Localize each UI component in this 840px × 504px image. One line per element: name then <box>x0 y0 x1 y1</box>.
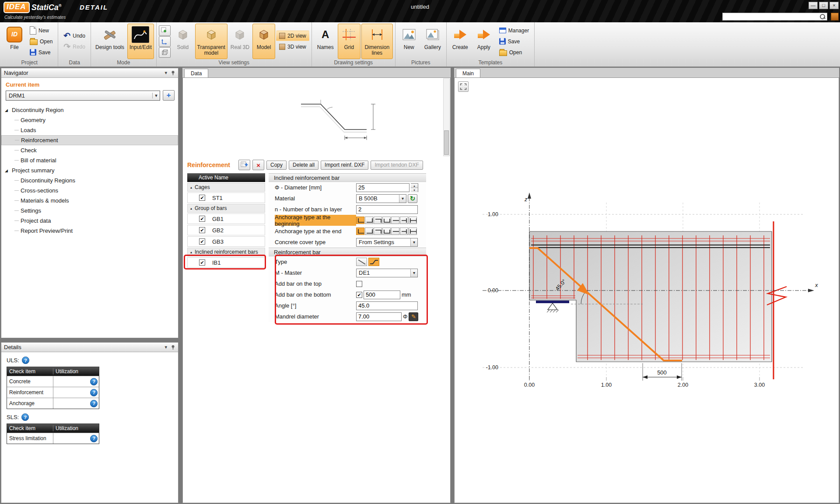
diameter-spinner[interactable]: ▴ ▾ <box>411 183 418 192</box>
anchorage-u-hook-icon[interactable] <box>382 228 391 235</box>
concrete-help-icon[interactable]: ? <box>90 378 98 385</box>
current-item-dropdown[interactable]: DRM1 ▾ <box>6 91 160 101</box>
uls-help-icon[interactable]: ? <box>22 357 29 364</box>
master-select[interactable]: DE1 ▾ <box>356 269 418 277</box>
anchorage-both-plates-icon[interactable] <box>409 217 417 224</box>
material-edit-button[interactable]: ↻ <box>408 194 417 203</box>
open-button[interactable]: Open <box>27 36 56 47</box>
fit-view-button[interactable] <box>458 81 469 92</box>
names-button[interactable]: A Names <box>314 24 337 59</box>
real-3d-button[interactable]: Real 3D <box>228 24 252 59</box>
solid-button[interactable]: Solid <box>172 24 194 59</box>
data-scrollbar-thumb[interactable] <box>444 130 449 155</box>
anchorage-hook-begin-icon[interactable] <box>356 228 364 235</box>
2d-view-button[interactable]: 2D view <box>276 31 309 41</box>
nav-item-project-summary[interactable]: ◢ Project summary <box>1 165 178 175</box>
group-of-bars[interactable]: ▴ Group of bars <box>187 204 265 213</box>
anchorage-both-plates-icon[interactable] <box>409 228 417 235</box>
anchorage-hook-down-icon[interactable] <box>374 228 382 235</box>
bar-type-polyline-icon[interactable] <box>368 258 379 266</box>
navigator-collapse-icon[interactable]: ▾ <box>164 70 167 76</box>
save-button[interactable]: Save <box>27 47 56 58</box>
structure-drawing[interactable]: z x 1.00 0.00 -1.00 0.00 1.00 2.00 3.00 … <box>455 78 838 502</box>
ib1-checkbox[interactable]: ✔ <box>199 259 205 266</box>
anchorage-hook-begin-icon[interactable] <box>356 217 364 224</box>
redo-button[interactable]: ↷ Redo <box>60 42 88 52</box>
input-edit-button[interactable]: Input/Edit <box>127 24 154 59</box>
delete-all-button[interactable]: Delete all <box>289 161 318 170</box>
cover-type-select[interactable]: From Settings ▾ <box>356 238 418 247</box>
anchorage-help-icon[interactable]: ? <box>90 400 98 407</box>
delete-reinforcement-button[interactable]: × <box>252 160 264 170</box>
tab-main[interactable]: Main <box>456 69 480 77</box>
nav-item-project-data[interactable]: Project data <box>1 216 178 226</box>
template-save-button[interactable]: Save <box>496 36 532 47</box>
diameter-input[interactable] <box>356 183 410 192</box>
list-item-gb1[interactable]: ✔ GB1 <box>187 214 265 224</box>
nav-item-loads[interactable]: Loads <box>1 125 178 135</box>
expander-icon[interactable]: ◢ <box>5 108 11 112</box>
import-tendon-dxf-button[interactable]: Import tendon DXF <box>371 161 423 170</box>
copy-button[interactable]: Copy <box>266 161 287 170</box>
undo-button[interactable]: ↶ Undo <box>60 31 88 41</box>
grid-button[interactable]: Grid <box>338 24 360 59</box>
nav-item-discontinuity-region[interactable]: ◢ Discontinuity Region <box>1 105 178 115</box>
nav-item-check[interactable]: Check <box>1 145 178 155</box>
search-box[interactable] <box>722 13 827 21</box>
anchorage-hook-up-icon[interactable] <box>365 217 373 224</box>
list-item-ib1[interactable]: ✔ IB1 <box>187 257 265 268</box>
template-apply-button[interactable]: Apply <box>472 24 495 59</box>
anchorage-hook-up-icon[interactable] <box>365 228 373 235</box>
gb3-checkbox[interactable]: ✔ <box>199 238 205 245</box>
bar-type-straight-icon[interactable] <box>356 258 367 266</box>
expander-icon[interactable]: ◢ <box>5 168 11 173</box>
nbars-input[interactable] <box>356 205 418 214</box>
add-item-button[interactable]: + <box>163 90 175 101</box>
design-tools-button[interactable]: Design tools <box>93 24 126 59</box>
view-tool-cube-button[interactable] <box>159 47 171 58</box>
transparent-model-button[interactable]: Transparent model <box>195 24 228 59</box>
reinforcement-help-icon[interactable]: ? <box>90 389 98 396</box>
search-icon[interactable] <box>819 14 826 20</box>
nav-item-settings[interactable]: Settings <box>1 206 178 216</box>
details-pin-icon[interactable] <box>171 345 175 350</box>
nav-item-bill-of-material[interactable]: Bill of material <box>1 155 178 165</box>
add-bar-top-checkbox[interactable] <box>356 281 362 287</box>
view-tool-axes-button[interactable] <box>159 36 171 47</box>
view-tool-add-button[interactable] <box>159 25 171 36</box>
group-inclined-bars[interactable]: ▴ Inclined reinforcement bars <box>187 248 265 256</box>
dimension-lines-button[interactable]: Dimension lines <box>361 24 393 59</box>
3d-view-button[interactable]: 3D view <box>276 42 309 52</box>
list-item-st1[interactable]: ✔ ST1 <box>187 192 265 203</box>
nav-item-geometry[interactable]: Geometry <box>1 115 178 125</box>
data-scrollbar[interactable] <box>443 78 450 156</box>
sls-help-icon[interactable]: ? <box>21 413 29 421</box>
material-select[interactable]: B 500B ▾ <box>356 194 406 203</box>
mandrel-input[interactable] <box>356 312 402 321</box>
anchorage-straight-icon[interactable] <box>391 217 399 224</box>
nav-item-cross-sections[interactable]: Cross-sections <box>1 186 178 196</box>
search-input[interactable] <box>723 14 819 20</box>
tab-data[interactable]: Data <box>184 69 208 77</box>
details-collapse-icon[interactable]: ▾ <box>164 344 167 350</box>
concrete-member[interactable] <box>529 231 772 362</box>
navigator-pin-icon[interactable] <box>171 70 175 76</box>
list-item-gb3[interactable]: ✔ GB3 <box>187 236 265 247</box>
close-button[interactable]: × <box>830 2 839 9</box>
anchorage-straight-icon[interactable] <box>391 228 399 235</box>
mandrel-edit-button[interactable]: ✎ <box>409 312 418 321</box>
list-item-gb2[interactable]: ✔ GB2 <box>187 225 265 235</box>
import-reinf-dxf-button[interactable]: Import reinf. DXF <box>321 161 368 170</box>
nav-item-reinforcement[interactable]: Reinforcement <box>1 135 178 145</box>
nav-item-materials-models[interactable]: Materials & models <box>1 196 178 206</box>
anchorage-u-hook-icon[interactable] <box>382 217 391 224</box>
file-button[interactable]: ID File <box>3 24 26 59</box>
anchorage-plate-icon[interactable] <box>400 228 408 235</box>
template-manager-button[interactable]: Manager <box>496 25 532 36</box>
add-bar-bottom-checkbox[interactable]: ✔ <box>356 292 362 298</box>
template-create-button[interactable]: Create <box>449 24 472 59</box>
add-bar-bottom-input[interactable] <box>364 290 400 299</box>
gb1-checkbox[interactable]: ✔ <box>199 216 205 222</box>
nav-item-report-preview-print[interactable]: Report Preview/Print <box>1 226 178 236</box>
anchorage-plate-icon[interactable] <box>400 217 408 224</box>
